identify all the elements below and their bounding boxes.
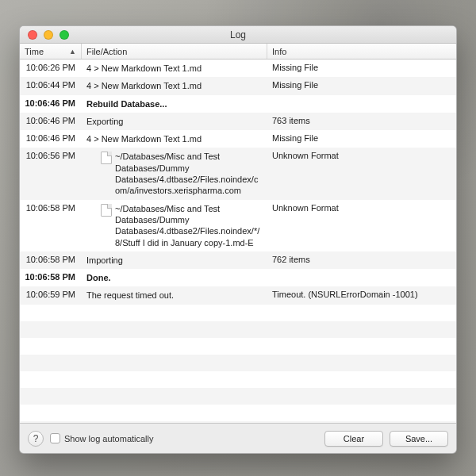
cell-time: 10:06:26 PM bbox=[20, 60, 82, 77]
cell-file-text: Rebuild Database... bbox=[86, 98, 167, 109]
cell-time: 10:06:58 PM bbox=[20, 200, 82, 251]
cell-info: Missing File bbox=[267, 130, 456, 148]
save-button[interactable]: Save... bbox=[390, 431, 448, 447]
close-icon[interactable] bbox=[28, 30, 37, 40]
table-row-empty bbox=[20, 338, 456, 355]
sort-ascending-icon: ▲ bbox=[69, 48, 76, 56]
cell-info: 762 items bbox=[267, 251, 456, 269]
column-header-time-label: Time bbox=[25, 47, 44, 56]
titlebar[interactable]: Log bbox=[20, 26, 456, 44]
document-icon bbox=[101, 152, 112, 164]
table-row[interactable]: 10:06:26 PM4 > New Markdown Text 1.mdMis… bbox=[20, 60, 456, 77]
minimize-icon[interactable] bbox=[44, 30, 53, 40]
cell-file-text: The request timed out. bbox=[86, 290, 174, 301]
cell-info: Missing File bbox=[267, 77, 456, 94]
column-header-file[interactable]: File/Action bbox=[82, 44, 267, 59]
column-header-info[interactable]: Info bbox=[267, 44, 456, 59]
cell-file: 4 > New Markdown Text 1.md bbox=[82, 77, 267, 94]
cell-file-text: Importing bbox=[86, 255, 123, 266]
cell-info bbox=[267, 95, 456, 113]
clear-button[interactable]: Clear bbox=[324, 431, 383, 447]
cell-time: 10:06:58 PM bbox=[20, 269, 82, 286]
cell-time: 10:06:56 PM bbox=[20, 148, 82, 199]
cell-file: 4 > New Markdown Text 1.md bbox=[82, 60, 267, 77]
cell-file-text: ~/Databases/Misc and Test Databases/Dumm… bbox=[115, 151, 263, 196]
column-header-time[interactable]: Time ▲ bbox=[20, 44, 82, 59]
table-row[interactable]: 10:06:46 PMExporting763 items bbox=[20, 113, 456, 130]
table-row-empty bbox=[20, 321, 456, 338]
cell-file: 4 > New Markdown Text 1.md bbox=[82, 130, 267, 148]
table-row-empty bbox=[20, 355, 456, 371]
cell-file-text: 4 > New Markdown Text 1.md bbox=[86, 80, 202, 91]
cell-file: The request timed out. bbox=[82, 286, 267, 304]
cell-file: Done. bbox=[82, 269, 267, 286]
cell-file-text: 4 > New Markdown Text 1.md bbox=[86, 133, 202, 144]
column-header-info-label: Info bbox=[272, 47, 286, 56]
save-button-label: Save... bbox=[405, 434, 432, 443]
cell-info: Unknown Format bbox=[267, 200, 456, 251]
cell-file: ~/Databases/Misc and Test Databases/Dumm… bbox=[82, 200, 267, 251]
cell-info: Unknown Format bbox=[267, 148, 456, 199]
document-icon bbox=[101, 204, 112, 217]
cell-info: Timeout. (NSURLErrorDomain -1001) bbox=[267, 286, 456, 304]
cell-file-text: ~/Databases/Misc and Test Databases/Dumm… bbox=[115, 203, 263, 248]
cell-file: Rebuild Database... bbox=[82, 95, 267, 113]
column-header-file-label: File/Action bbox=[86, 47, 127, 56]
table-header: Time ▲ File/Action Info bbox=[20, 44, 456, 60]
cell-time: 10:06:58 PM bbox=[20, 251, 82, 269]
cell-time: 10:06:46 PM bbox=[20, 113, 82, 130]
cell-time: 10:06:59 PM bbox=[20, 286, 82, 304]
cell-info: 763 items bbox=[267, 113, 456, 130]
show-log-label: Show log automatically bbox=[64, 434, 154, 443]
checkbox-icon bbox=[50, 433, 60, 443]
table-row-empty bbox=[20, 371, 456, 388]
cell-file-text: 4 > New Markdown Text 1.md bbox=[86, 63, 202, 74]
cell-file: Exporting bbox=[82, 113, 267, 130]
clear-button-label: Clear bbox=[344, 434, 364, 443]
window-title: Log bbox=[20, 29, 456, 40]
table-row[interactable]: 10:06:56 PM~/Databases/Misc and Test Dat… bbox=[20, 148, 456, 199]
cell-file: Importing bbox=[82, 251, 267, 269]
table-row[interactable]: 10:06:46 PMRebuild Database... bbox=[20, 95, 456, 113]
cell-time: 10:06:46 PM bbox=[20, 95, 82, 113]
table-row[interactable]: 10:06:44 PM4 > New Markdown Text 1.mdMis… bbox=[20, 77, 456, 94]
footer: ? Show log automatically Clear Save... bbox=[20, 423, 456, 453]
log-table-body[interactable]: 10:06:26 PM4 > New Markdown Text 1.mdMis… bbox=[20, 60, 456, 423]
cell-file: ~/Databases/Misc and Test Databases/Dumm… bbox=[82, 148, 267, 199]
table-row[interactable]: 10:06:58 PM~/Databases/Misc and Test Dat… bbox=[20, 200, 456, 251]
cell-info: Missing File bbox=[267, 60, 456, 77]
table-row[interactable]: 10:06:46 PM4 > New Markdown Text 1.mdMis… bbox=[20, 130, 456, 148]
table-row[interactable]: 10:06:58 PMDone. bbox=[20, 269, 456, 286]
zoom-icon[interactable] bbox=[60, 30, 69, 40]
log-window: Log Time ▲ File/Action Info 10:06:26 PM4… bbox=[19, 25, 457, 454]
show-log-checkbox[interactable]: Show log automatically bbox=[50, 433, 154, 443]
cell-time: 10:06:44 PM bbox=[20, 77, 82, 94]
cell-info bbox=[267, 269, 456, 286]
table-row[interactable]: 10:06:59 PMThe request timed out.Timeout… bbox=[20, 286, 456, 304]
table-row-empty bbox=[20, 305, 456, 321]
table-row[interactable]: 10:06:58 PMImporting762 items bbox=[20, 251, 456, 269]
table-row-empty bbox=[20, 405, 456, 421]
cell-file-text: Done. bbox=[86, 272, 111, 283]
traffic-lights bbox=[28, 30, 69, 40]
cell-file-text: Exporting bbox=[86, 116, 123, 127]
table-row-empty bbox=[20, 388, 456, 405]
cell-time: 10:06:46 PM bbox=[20, 130, 82, 148]
help-button[interactable]: ? bbox=[28, 431, 44, 447]
